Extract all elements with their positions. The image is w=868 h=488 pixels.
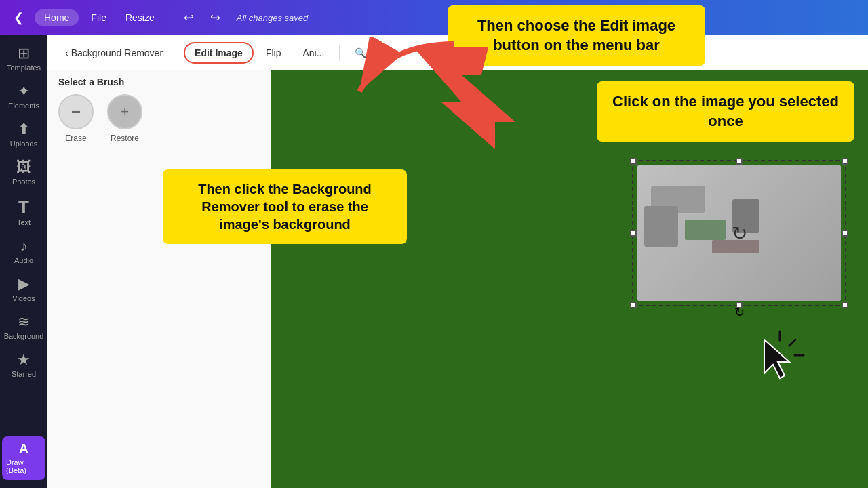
draw-icon: A (19, 442, 28, 455)
sidebar-label-text: Text (17, 218, 31, 226)
canvas-image[interactable]: ↻ (637, 165, 841, 301)
sidebar-label-photos: Photos (12, 178, 35, 186)
sidebar-item-background[interactable]: ≋ Background (2, 309, 45, 346)
brush-options: − Erase + Restore (47, 94, 271, 154)
sidebar-item-uploads[interactable]: ⬆ Uploads (2, 117, 45, 153)
sidebar-label-starred: Starred (12, 370, 36, 378)
background-remover-panel: ‹ Background Remover Select a Brush − Er… (47, 35, 271, 488)
sidebar: ⊞ Templates ✦ Elements ⬆ Uploads 🖼 Photo… (0, 35, 47, 488)
topbar: ❮ Home File Resize ↩ ↪ All changes saved (0, 0, 868, 35)
sidebar-label-uploads: Uploads (10, 140, 37, 148)
sidebar-item-draw[interactable]: A Draw (Beta) (2, 436, 45, 480)
tooltip-background-remover: Then click the Background Remover tool t… (163, 169, 407, 244)
rotate-handle[interactable]: ↻ (734, 305, 745, 320)
sidebar-item-photos[interactable]: 🖼 Photos (2, 155, 45, 191)
restore-brush-option[interactable]: + Restore (107, 94, 142, 143)
saved-text: All changes saved (237, 13, 309, 23)
home-button[interactable]: Home (35, 9, 79, 26)
separator1 (178, 45, 178, 61)
flip-button[interactable]: Flip (256, 43, 291, 62)
edit-image-button[interactable]: Edit Image (184, 42, 254, 64)
search-button[interactable]: 🔍 (345, 43, 376, 62)
sidebar-item-text[interactable]: T Text (2, 192, 45, 232)
home-label: Home (44, 12, 69, 23)
starred-icon: ★ (17, 352, 31, 367)
animate-label: Ani... (302, 47, 324, 58)
redo-icon: ↪ (210, 10, 220, 25)
restore-label: Restore (111, 134, 139, 143)
back-chevron-icon: ‹ (65, 47, 68, 58)
sidebar-label-audio: Audio (14, 256, 33, 264)
background-icon: ≋ (18, 314, 30, 329)
tooltip-background-remover-text: Then click the Background Remover tool t… (198, 182, 372, 232)
back-button[interactable]: ‹ Background Remover (56, 43, 172, 62)
tooltip-click-image: Click on the image you selected once (597, 81, 854, 142)
restore-brush-icon: + (107, 94, 142, 129)
erase-brush-option[interactable]: − Erase (58, 94, 94, 143)
sidebar-item-starred[interactable]: ★ Starred (2, 347, 45, 384)
sidebar-item-templates[interactable]: ⊞ Templates (2, 41, 45, 77)
uploads-icon: ⬆ (18, 122, 30, 137)
file-button[interactable]: File (84, 9, 113, 26)
undo-button[interactable]: ↩ (178, 7, 199, 28)
divider (170, 9, 170, 26)
search-icon: 🔍 (355, 47, 366, 58)
undo-icon: ↩ (184, 10, 194, 25)
photos-icon: 🖼 (16, 160, 31, 175)
sidebar-item-videos[interactable]: ▶ Videos (2, 271, 45, 308)
loading-spinner: ↻ (732, 222, 747, 245)
selected-image-container[interactable]: ↻ ↻ (637, 165, 841, 301)
chevron-left-icon[interactable]: ❮ (8, 7, 29, 28)
tooltip-click-image-text: Click on the image you selected once (612, 93, 839, 129)
tooltip-edit-image: Then choose the Edit image button on the… (448, 5, 705, 66)
text-icon: T (18, 198, 29, 216)
back-label: Background Remover (71, 47, 163, 58)
redo-button[interactable]: ↪ (205, 7, 226, 28)
separator2 (339, 45, 340, 61)
audio-icon: ♪ (20, 239, 28, 253)
erase-label: Erase (65, 134, 86, 143)
resize-label: Resize (125, 12, 155, 23)
sidebar-label-background: Background (4, 332, 44, 340)
tooltip-edit-image-text: Then choose the Edit image button on the… (477, 17, 675, 54)
animate-button[interactable]: Ani... (293, 43, 334, 62)
edit-image-label: Edit Image (195, 47, 243, 58)
sidebar-label-draw: Draw (Beta) (6, 458, 41, 474)
flip-label: Flip (266, 47, 281, 58)
resize-button[interactable]: Resize (119, 9, 161, 26)
sidebar-item-elements[interactable]: ✦ Elements (2, 79, 45, 115)
sidebar-item-audio[interactable]: ♪ Audio (2, 233, 45, 270)
sidebar-label-elements: Elements (8, 102, 39, 110)
erase-brush-icon: − (58, 94, 94, 129)
videos-icon: ▶ (18, 277, 30, 291)
sidebar-label-templates: Templates (7, 64, 41, 72)
templates-icon: ⊞ (18, 46, 30, 61)
sidebar-label-videos: Videos (12, 294, 35, 302)
file-label: File (91, 12, 106, 23)
elements-icon: ✦ (18, 84, 30, 99)
